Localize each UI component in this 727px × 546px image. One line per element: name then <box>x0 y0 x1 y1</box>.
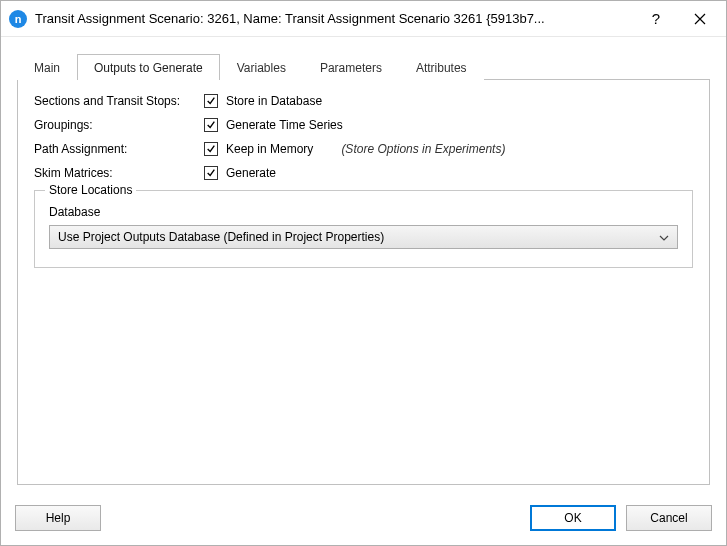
database-label: Database <box>49 205 678 219</box>
store-locations-legend: Store Locations <box>45 183 136 197</box>
tab-attributes[interactable]: Attributes <box>399 54 484 80</box>
tab-parameters[interactable]: Parameters <box>303 54 399 80</box>
help-button[interactable]: Help <box>15 505 101 531</box>
row-groupings: Groupings: Generate Time Series <box>34 118 693 132</box>
hint-path: (Store Options in Experiments) <box>341 142 505 156</box>
store-locations-group: Store Locations Database Use Project Out… <box>34 190 693 268</box>
close-icon <box>694 13 706 25</box>
titlebar: n Transit Assignment Scenario: 3261, Nam… <box>1 1 726 37</box>
check-icon <box>206 144 216 154</box>
tab-panel-outputs: Sections and Transit Stops: Store in Dat… <box>17 79 710 485</box>
tab-variables[interactable]: Variables <box>220 54 303 80</box>
database-select-value: Use Project Outputs Database (Defined in… <box>58 230 384 244</box>
check-icon <box>206 120 216 130</box>
label-skim: Skim Matrices: <box>34 166 204 180</box>
checkbox-path[interactable] <box>204 142 218 156</box>
button-row: Help OK Cancel <box>1 495 726 545</box>
label-sections: Sections and Transit Stops: <box>34 94 204 108</box>
checkbox-skim[interactable] <box>204 166 218 180</box>
chevron-down-icon <box>659 230 669 244</box>
tab-main[interactable]: Main <box>17 54 77 80</box>
checkbox-label-sections[interactable]: Store in Database <box>226 94 322 108</box>
label-groupings: Groupings: <box>34 118 204 132</box>
window-title: Transit Assignment Scenario: 3261, Name:… <box>35 11 634 26</box>
checkbox-groupings[interactable] <box>204 118 218 132</box>
check-icon <box>206 96 216 106</box>
row-skim: Skim Matrices: Generate <box>34 166 693 180</box>
tab-bar: Main Outputs to Generate Variables Param… <box>17 53 710 79</box>
checkbox-label-skim[interactable]: Generate <box>226 166 276 180</box>
checkbox-label-groupings[interactable]: Generate Time Series <box>226 118 343 132</box>
row-sections: Sections and Transit Stops: Store in Dat… <box>34 94 693 108</box>
dialog-window: n Transit Assignment Scenario: 3261, Nam… <box>0 0 727 546</box>
cancel-button[interactable]: Cancel <box>626 505 712 531</box>
content-area: Main Outputs to Generate Variables Param… <box>1 37 726 495</box>
database-select[interactable]: Use Project Outputs Database (Defined in… <box>49 225 678 249</box>
checkbox-label-path[interactable]: Keep in Memory <box>226 142 313 156</box>
titlebar-help-button[interactable]: ? <box>634 3 678 35</box>
checkbox-sections[interactable] <box>204 94 218 108</box>
label-path: Path Assignment: <box>34 142 204 156</box>
ok-button[interactable]: OK <box>530 505 616 531</box>
row-path: Path Assignment: Keep in Memory (Store O… <box>34 142 693 156</box>
close-button[interactable] <box>678 3 722 35</box>
tab-outputs[interactable]: Outputs to Generate <box>77 54 220 80</box>
check-icon <box>206 168 216 178</box>
app-icon: n <box>9 10 27 28</box>
